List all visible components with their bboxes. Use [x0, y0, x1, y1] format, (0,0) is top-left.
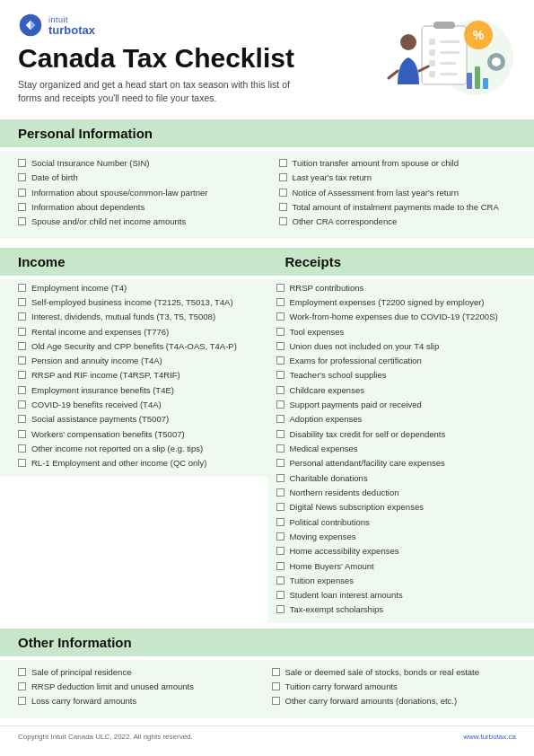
item-text: Total amount of instalment payments made…	[293, 202, 499, 214]
list-item: Home Buyers' Amount	[276, 561, 526, 573]
checkbox-icon[interactable]	[18, 386, 26, 394]
checkbox-icon[interactable]	[276, 371, 285, 379]
item-text: RRSP deduction limit and unused amounts	[31, 681, 194, 693]
checkbox-icon[interactable]	[18, 328, 26, 336]
svg-rect-8	[429, 60, 435, 66]
item-text: Tax-exempt scholarships	[290, 604, 384, 616]
other-info-section: Sale of principal residenceSale or deeme…	[0, 660, 534, 718]
checkbox-icon[interactable]	[276, 386, 285, 394]
checkbox-icon[interactable]	[18, 415, 26, 423]
checkbox-icon[interactable]	[18, 284, 26, 292]
item-text: Employment income (T4)	[31, 283, 127, 294]
checkbox-icon[interactable]	[18, 371, 26, 379]
item-text: Pension and annuity income (T4A)	[31, 356, 162, 367]
list-item: Tuition expenses	[276, 576, 526, 587]
header-illustration: %	[372, 8, 516, 107]
list-item: Employment income (T4)	[18, 283, 258, 294]
checkbox-icon[interactable]	[18, 342, 26, 350]
item-text: Employment insurance benefits (T4E)	[31, 385, 174, 397]
checkbox-icon[interactable]	[272, 668, 280, 676]
checkbox-icon[interactable]	[272, 697, 280, 705]
checkbox-icon[interactable]	[276, 518, 285, 526]
checkbox-icon[interactable]	[276, 605, 285, 613]
checkbox-icon[interactable]	[279, 189, 287, 197]
personal-info-section: Social Insurance Number (SIN)Date of bir…	[0, 151, 534, 239]
checkbox-icon[interactable]	[272, 682, 280, 690]
checkbox-icon[interactable]	[18, 203, 26, 211]
checkbox-icon[interactable]	[276, 298, 285, 306]
checkbox-icon[interactable]	[276, 328, 285, 336]
checkbox-icon[interactable]	[18, 356, 26, 365]
item-text: Social assistance payments (T5007)	[31, 414, 169, 426]
footer-copyright: Copyright Intuit Canada ULC, 2022. All r…	[18, 733, 193, 741]
checkbox-icon[interactable]	[276, 576, 285, 585]
checkbox-icon[interactable]	[276, 342, 285, 350]
item-text: Student loan interest amounts	[290, 590, 403, 602]
checkbox-icon[interactable]	[18, 668, 26, 676]
checkbox-icon[interactable]	[276, 503, 285, 511]
item-text: Support payments paid or received	[290, 400, 422, 411]
checkbox-icon[interactable]	[18, 312, 26, 321]
checkbox-icon[interactable]	[279, 217, 287, 225]
svg-rect-18	[483, 78, 488, 89]
list-item: Tuition transfer amount from spouse or c…	[279, 158, 526, 170]
checkbox-icon[interactable]	[276, 488, 285, 497]
list-item: Work-from-home expenses due to COVID-19 …	[276, 312, 526, 323]
footer-url: www.turbotax.ca	[463, 733, 516, 741]
checkbox-icon[interactable]	[18, 173, 26, 181]
checkbox-icon[interactable]	[18, 697, 26, 705]
checkbox-icon[interactable]	[18, 159, 26, 167]
checkbox-icon[interactable]	[276, 459, 285, 467]
item-text: Social Insurance Number (SIN)	[31, 158, 149, 170]
list-item: Employment expenses (T2200 signed by emp…	[276, 297, 526, 309]
checkbox-icon[interactable]	[18, 444, 26, 453]
checkbox-icon[interactable]	[276, 356, 285, 365]
checkbox-icon[interactable]	[279, 173, 287, 181]
checkbox-icon[interactable]	[18, 459, 26, 467]
checkbox-icon[interactable]	[18, 298, 26, 306]
svg-rect-5	[440, 40, 460, 43]
turbotax-label: turbotax	[48, 24, 95, 36]
checkbox-icon[interactable]	[276, 474, 285, 482]
item-text: Charitable donations	[290, 473, 368, 485]
item-text: RL-1 Employment and other income (QC onl…	[31, 458, 206, 470]
item-text: Childcare expenses	[290, 385, 364, 397]
checkbox-icon[interactable]	[276, 591, 285, 599]
item-text: Tuition transfer amount from spouse or c…	[293, 158, 460, 170]
svg-rect-11	[440, 73, 458, 75]
svg-point-19	[400, 34, 416, 50]
checkbox-icon[interactable]	[276, 415, 285, 423]
list-item: Rental income and expenses (T776)	[18, 327, 258, 338]
checkbox-icon[interactable]	[276, 562, 285, 570]
svg-text:%: %	[473, 28, 485, 42]
checkbox-icon[interactable]	[276, 400, 285, 409]
logo-text-group: intuit turbotax	[48, 15, 95, 36]
checkbox-icon[interactable]	[276, 284, 285, 292]
checkbox-icon[interactable]	[276, 444, 285, 453]
other-info-title: Other Information	[18, 635, 516, 650]
checkbox-icon[interactable]	[18, 400, 26, 409]
checkbox-icon[interactable]	[276, 430, 285, 438]
item-text: Personal attendant/facility care expense…	[290, 458, 445, 470]
checkbox-icon[interactable]	[18, 189, 26, 197]
list-item: Student loan interest amounts	[276, 590, 526, 602]
checkbox-icon[interactable]	[276, 312, 285, 321]
personal-info-header: Personal Information	[0, 119, 534, 147]
list-item: Tax-exempt scholarships	[276, 604, 526, 616]
income-title: Income	[18, 254, 249, 269]
checkbox-icon[interactable]	[18, 682, 26, 690]
list-item: Digital News subscription expenses	[276, 502, 526, 514]
receipts-list: RRSP contributionsEmployment expenses (T…	[267, 279, 535, 623]
list-item: Other CRA correspondence	[279, 216, 526, 228]
item-text: Home accessibility expenses	[290, 546, 399, 558]
svg-point-15	[492, 57, 501, 66]
checkbox-icon[interactable]	[276, 532, 285, 541]
list-item: Workers' compensation benefits (T5007)	[18, 429, 258, 441]
checkbox-icon[interactable]	[279, 159, 287, 167]
checkbox-icon[interactable]	[279, 203, 287, 211]
item-text: Adoption expenses	[290, 414, 363, 426]
item-text: Tool expenses	[290, 327, 345, 338]
checkbox-icon[interactable]	[276, 547, 285, 555]
checkbox-icon[interactable]	[18, 217, 26, 225]
checkbox-icon[interactable]	[18, 430, 26, 438]
